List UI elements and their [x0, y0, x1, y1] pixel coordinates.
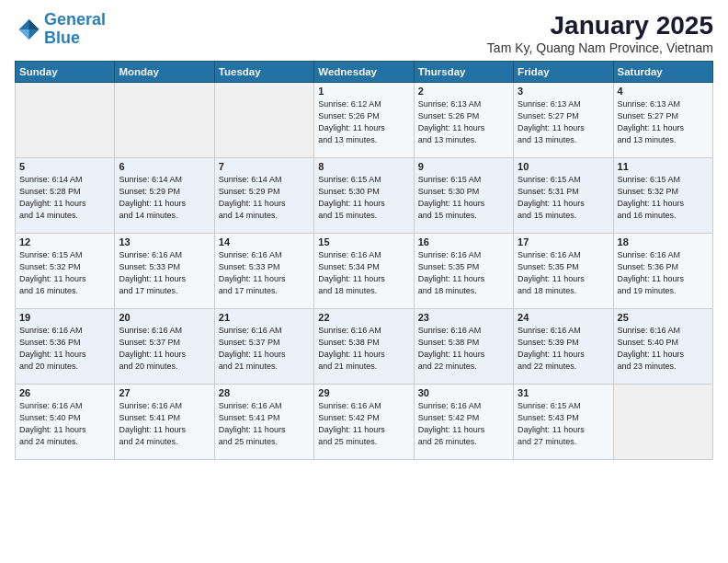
calendar-cell: 29Sunrise: 6:16 AMSunset: 5:42 PMDayligh… [314, 385, 414, 460]
day-info: Sunrise: 6:13 AMSunset: 5:27 PMDaylight:… [618, 98, 709, 146]
calendar-cell: 3Sunrise: 6:13 AMSunset: 5:27 PMDaylight… [514, 83, 613, 158]
day-number: 18 [618, 236, 709, 247]
day-info: Sunrise: 6:16 AMSunset: 5:38 PMDaylight:… [418, 325, 509, 373]
day-info: Sunrise: 6:14 AMSunset: 5:28 PMDaylight:… [19, 174, 110, 222]
day-info: Sunrise: 6:16 AMSunset: 5:34 PMDaylight:… [318, 249, 409, 297]
calendar-cell: 30Sunrise: 6:16 AMSunset: 5:42 PMDayligh… [414, 385, 513, 460]
day-number: 13 [119, 236, 210, 247]
day-number: 5 [19, 161, 110, 172]
day-number: 22 [318, 312, 409, 323]
day-number: 29 [318, 387, 409, 398]
calendar-cell: 9Sunrise: 6:15 AMSunset: 5:30 PMDaylight… [414, 158, 513, 234]
day-number: 6 [119, 161, 210, 172]
day-info: Sunrise: 6:16 AMSunset: 5:36 PMDaylight:… [618, 249, 709, 297]
calendar-week-3: 12Sunrise: 6:15 AMSunset: 5:32 PMDayligh… [16, 234, 713, 309]
day-info: Sunrise: 6:14 AMSunset: 5:29 PMDaylight:… [119, 174, 210, 222]
col-tuesday: Tuesday [214, 62, 313, 83]
calendar-cell: 10Sunrise: 6:15 AMSunset: 5:31 PMDayligh… [514, 158, 613, 234]
col-saturday: Saturday [613, 62, 712, 83]
calendar-body: 1Sunrise: 6:12 AMSunset: 5:26 PMDaylight… [16, 83, 713, 460]
calendar-cell [613, 385, 712, 460]
calendar-cell: 2Sunrise: 6:13 AMSunset: 5:26 PMDaylight… [414, 83, 513, 158]
calendar-cell: 8Sunrise: 6:15 AMSunset: 5:30 PMDaylight… [314, 158, 414, 234]
day-info: Sunrise: 6:16 AMSunset: 5:41 PMDaylight:… [219, 400, 310, 448]
day-info: Sunrise: 6:16 AMSunset: 5:35 PMDaylight:… [518, 249, 609, 297]
day-number: 19 [19, 312, 110, 323]
calendar-cell: 15Sunrise: 6:16 AMSunset: 5:34 PMDayligh… [314, 234, 414, 309]
calendar-cell: 7Sunrise: 6:14 AMSunset: 5:29 PMDaylight… [214, 158, 313, 234]
calendar-cell: 24Sunrise: 6:16 AMSunset: 5:39 PMDayligh… [514, 309, 613, 385]
day-number: 20 [119, 312, 210, 323]
day-info: Sunrise: 6:16 AMSunset: 5:37 PMDaylight:… [219, 325, 310, 373]
logo-line1: General [44, 10, 106, 29]
calendar-cell: 19Sunrise: 6:16 AMSunset: 5:36 PMDayligh… [16, 309, 115, 385]
title-block: January 2025 Tam Ky, Quang Nam Province,… [487, 11, 713, 55]
calendar-cell: 13Sunrise: 6:16 AMSunset: 5:33 PMDayligh… [115, 234, 214, 309]
calendar-cell [115, 83, 214, 158]
calendar-cell: 16Sunrise: 6:16 AMSunset: 5:35 PMDayligh… [414, 234, 513, 309]
col-friday: Friday [514, 62, 613, 83]
day-info: Sunrise: 6:16 AMSunset: 5:40 PMDaylight:… [618, 325, 709, 373]
day-number: 11 [618, 161, 709, 172]
day-info: Sunrise: 6:13 AMSunset: 5:27 PMDaylight:… [518, 98, 609, 146]
calendar-cell: 14Sunrise: 6:16 AMSunset: 5:33 PMDayligh… [214, 234, 313, 309]
calendar-cell: 17Sunrise: 6:16 AMSunset: 5:35 PMDayligh… [514, 234, 613, 309]
calendar-header: Sunday Monday Tuesday Wednesday Thursday… [16, 62, 713, 83]
day-info: Sunrise: 6:16 AMSunset: 5:38 PMDaylight:… [318, 325, 409, 373]
day-info: Sunrise: 6:16 AMSunset: 5:39 PMDaylight:… [518, 325, 609, 373]
calendar-cell: 22Sunrise: 6:16 AMSunset: 5:38 PMDayligh… [314, 309, 414, 385]
day-number: 7 [219, 161, 310, 172]
day-info: Sunrise: 6:16 AMSunset: 5:42 PMDaylight:… [318, 400, 409, 448]
day-number: 14 [219, 236, 310, 247]
day-info: Sunrise: 6:15 AMSunset: 5:30 PMDaylight:… [318, 174, 409, 222]
calendar-cell: 25Sunrise: 6:16 AMSunset: 5:40 PMDayligh… [613, 309, 712, 385]
day-number: 24 [518, 312, 609, 323]
day-info: Sunrise: 6:16 AMSunset: 5:36 PMDaylight:… [19, 325, 110, 373]
day-number: 4 [618, 86, 709, 97]
day-number: 25 [618, 312, 709, 323]
day-number: 26 [19, 387, 110, 398]
day-number: 17 [518, 236, 609, 247]
day-info: Sunrise: 6:16 AMSunset: 5:42 PMDaylight:… [418, 400, 509, 448]
logo-icon [15, 17, 40, 42]
calendar-cell: 5Sunrise: 6:14 AMSunset: 5:28 PMDaylight… [16, 158, 115, 234]
calendar-cell [16, 83, 115, 158]
col-monday: Monday [115, 62, 214, 83]
calendar-cell: 23Sunrise: 6:16 AMSunset: 5:38 PMDayligh… [414, 309, 513, 385]
calendar-cell: 21Sunrise: 6:16 AMSunset: 5:37 PMDayligh… [214, 309, 313, 385]
calendar-cell: 20Sunrise: 6:16 AMSunset: 5:37 PMDayligh… [115, 309, 214, 385]
day-info: Sunrise: 6:16 AMSunset: 5:40 PMDaylight:… [19, 400, 110, 448]
day-info: Sunrise: 6:15 AMSunset: 5:31 PMDaylight:… [518, 174, 609, 222]
logo-line2: Blue [44, 29, 80, 47]
svg-marker-2 [29, 19, 40, 29]
day-number: 1 [318, 86, 409, 97]
logo-text: General Blue [44, 11, 106, 48]
day-info: Sunrise: 6:16 AMSunset: 5:41 PMDaylight:… [119, 400, 210, 448]
calendar-cell: 1Sunrise: 6:12 AMSunset: 5:26 PMDaylight… [314, 83, 414, 158]
day-info: Sunrise: 6:14 AMSunset: 5:29 PMDaylight:… [219, 174, 310, 222]
page: General Blue January 2025 Tam Ky, Quang … [0, 0, 728, 563]
day-info: Sunrise: 6:15 AMSunset: 5:30 PMDaylight:… [418, 174, 509, 222]
col-sunday: Sunday [16, 62, 115, 83]
header: General Blue January 2025 Tam Ky, Quang … [15, 11, 713, 55]
calendar-table: Sunday Monday Tuesday Wednesday Thursday… [15, 61, 713, 460]
col-thursday: Thursday [414, 62, 513, 83]
day-info: Sunrise: 6:16 AMSunset: 5:33 PMDaylight:… [219, 249, 310, 297]
day-number: 23 [418, 312, 509, 323]
calendar-cell: 18Sunrise: 6:16 AMSunset: 5:36 PMDayligh… [613, 234, 712, 309]
calendar-cell: 27Sunrise: 6:16 AMSunset: 5:41 PMDayligh… [115, 385, 214, 460]
day-info: Sunrise: 6:15 AMSunset: 5:32 PMDaylight:… [19, 249, 110, 297]
day-number: 21 [219, 312, 310, 323]
day-info: Sunrise: 6:15 AMSunset: 5:43 PMDaylight:… [518, 400, 609, 448]
calendar-cell: 28Sunrise: 6:16 AMSunset: 5:41 PMDayligh… [214, 385, 313, 460]
day-number: 3 [518, 86, 609, 97]
calendar-week-2: 5Sunrise: 6:14 AMSunset: 5:28 PMDaylight… [16, 158, 713, 234]
calendar-cell: 26Sunrise: 6:16 AMSunset: 5:40 PMDayligh… [16, 385, 115, 460]
calendar-subtitle: Tam Ky, Quang Nam Province, Vietnam [487, 40, 713, 55]
day-info: Sunrise: 6:15 AMSunset: 5:32 PMDaylight:… [618, 174, 709, 222]
calendar-cell: 11Sunrise: 6:15 AMSunset: 5:32 PMDayligh… [613, 158, 712, 234]
calendar-week-5: 26Sunrise: 6:16 AMSunset: 5:40 PMDayligh… [16, 385, 713, 460]
day-number: 10 [518, 161, 609, 172]
calendar-cell: 6Sunrise: 6:14 AMSunset: 5:29 PMDaylight… [115, 158, 214, 234]
calendar-title: January 2025 [487, 11, 713, 40]
